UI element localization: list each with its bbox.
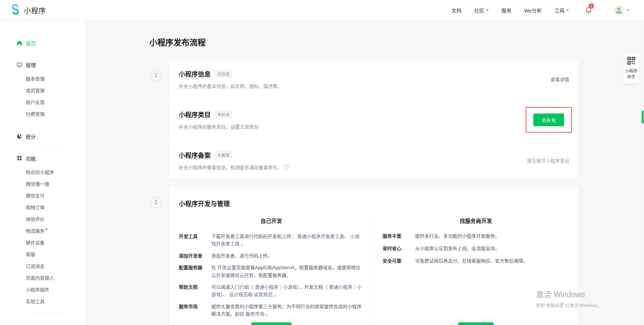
sidebar-section-label: 功能 xyxy=(26,155,36,162)
header-nav: 文档 社区 服务 We分析 工具 1 xyxy=(451,5,629,15)
account-menu[interactable] xyxy=(614,5,629,15)
inline-link[interactable]: 服务市场 xyxy=(246,311,264,317)
dev-row-label: 帮助文档 xyxy=(179,283,211,298)
service-provider-title: 找服务商开发 xyxy=(374,217,578,225)
publish-flow-card: 小程序信息 已完成 补充小程序的基本信息，如名称、图标、描述等。 查看详情 小程… xyxy=(169,60,578,179)
sidebar-item-experiment-tools[interactable]: 实验工具 xyxy=(0,296,86,308)
svc-row-label: 省时省心 xyxy=(383,245,415,252)
nav-we-analytics[interactable]: We分析 xyxy=(524,7,542,14)
step-number-badge: 1 xyxy=(150,70,162,81)
inline-link[interactable]: 微信云托管 xyxy=(230,273,254,278)
sidebar-item-wechat-pay[interactable]: 微信支付 xyxy=(0,190,86,202)
flow-row-content: 小程序备案 未备案 补充小程序的备案信息，检测是否满足备案条件。 ? xyxy=(179,150,289,171)
dev-row-desc: 提供大量优质的小程序第三方服务，为不同行业的商家提供合适的小程序解决方案。前往 … xyxy=(211,303,364,318)
flow-row-title: 小程序类目 xyxy=(179,110,211,119)
flow-row-desc: 补充小程序的备案信息，检测是否满足备案条件。 ? xyxy=(179,164,289,171)
assistant-label-line2: 助手 xyxy=(625,74,637,80)
flow-row-desc: 补充小程序的基本信息，如名称、图标、描述等。 xyxy=(179,83,282,89)
nav-docs-label: 文档 xyxy=(451,7,462,14)
sidebar-item-wechat-search[interactable]: 微信搜一搜 xyxy=(0,178,86,190)
sidebar-item-miniprogram-plugins[interactable]: 小程序插件 xyxy=(0,284,86,296)
notification-bell-button[interactable]: 1 xyxy=(585,6,592,14)
flow-row-title: 小程序备案 xyxy=(179,150,211,159)
status-badge-completed: 已完成 xyxy=(215,70,232,78)
divider xyxy=(26,313,71,313)
sidebar-item-version-management[interactable]: 版本管理 xyxy=(0,73,86,85)
sidebar-section-features[interactable]: 功能 xyxy=(0,152,86,164)
sidebar-section-manage[interactable]: 管理 xyxy=(0,59,86,71)
development-card: 小程序开发与管理 自己开发 开发工具 下载开发者工具进行代码的开发和上传： 普通… xyxy=(169,187,578,325)
dev-row-service-market: 服务市场 提供大量优质的小程序第三方服务，为不同行业的商家提供合适的小程序解决方… xyxy=(169,303,374,318)
logo-text: 小程序 xyxy=(24,5,46,15)
flow-row-miniprogram-category: 小程序类目 未补充 补充小程序的服务类目，设置主营类目 去补充 xyxy=(169,98,578,142)
flow-row-miniprogram-info: 小程序信息 已完成 补充小程序的基本信息，如名称、图标、描述等。 查看详情 xyxy=(169,60,578,98)
sidebar-item-user-feedback[interactable]: 用户反馈 xyxy=(0,97,86,108)
assistant-label-line1: 小程序 xyxy=(625,68,637,74)
miniprogram-logo[interactable]: 小程序 xyxy=(10,4,46,16)
go-complete-category-button[interactable]: 去补充 xyxy=(533,113,564,126)
flow-row-title: 小程序信息 xyxy=(179,69,211,78)
self-development-title: 自己开发 xyxy=(169,217,374,225)
dev-row-help-docs: 帮助文档 可以阅读入门介绍（ 普通小程序｜小游戏）、开发文档（ 普通小程序｜小游… xyxy=(169,283,374,298)
sidebar-item-member-management[interactable]: 成员管理 xyxy=(0,85,86,97)
inline-link[interactable]: 普通小程序 xyxy=(255,284,278,290)
sidebar-item-subscription-messages[interactable]: 订阅消息 xyxy=(0,261,86,272)
nav-services-label: 服务 xyxy=(501,7,512,14)
inline-link[interactable]: 开发设置 xyxy=(217,265,236,270)
scrollbar-track xyxy=(641,20,644,325)
sidebar-item-nearby-miniprogram[interactable]: 附近的小程序 xyxy=(0,167,86,178)
sidebar-item-label: 首页 xyxy=(26,40,36,47)
sidebar-item-shopping-orders[interactable]: 购物订单 xyxy=(0,202,86,214)
chevron-down-icon xyxy=(486,9,489,11)
step-number-badge: 2 xyxy=(150,197,162,208)
sidebar-item-payment-management[interactable]: 付费管理 xyxy=(0,108,86,120)
svc-row-safe-reliable: 安全可靠 可免费试用后再支付、在线客服响应、官方售后保障。 xyxy=(374,258,578,265)
dev-row-desc: 在 开发设置页面查看AppID和AppSecret，配置服务器域名，或使用微信云… xyxy=(211,264,364,279)
sidebar-item-customer-service[interactable]: 客服 xyxy=(0,249,86,261)
page-body: 首页 管理 版本管理 成员管理 用户反馈 付费管理 统计 功能 附近的小程序 xyxy=(0,20,644,325)
chevron-down-icon xyxy=(627,9,629,11)
sidebar-item-experience-rating[interactable]: 体验评价 xyxy=(0,214,86,225)
sidebar-item-home[interactable]: 首页 xyxy=(0,37,86,49)
qr-code-icon xyxy=(627,57,635,66)
sidebar-item-hardware-devices[interactable]: 硬件设备 xyxy=(0,237,86,249)
add-developer-button[interactable]: 添加开发者 xyxy=(251,322,291,325)
sidebar-section-statistics[interactable]: 统计 xyxy=(0,131,86,142)
miniprogram-assistant-widget[interactable]: 小程序 助手 xyxy=(623,53,639,83)
nav-services[interactable]: 服务 xyxy=(501,7,512,14)
svc-row-desc: 提供多行业、多功能的小程序开发服务。 xyxy=(415,233,568,240)
manage-icon xyxy=(16,62,22,68)
prerequisite-note: 需先填写小程序类目 xyxy=(527,157,569,164)
divider xyxy=(26,147,71,147)
inline-link[interactable]: 普通小程序开发者工具 xyxy=(297,234,344,239)
sidebar-item-page-content-access[interactable]: 页面内容接入 xyxy=(0,272,86,284)
sidebar-section-label: 管理 xyxy=(26,61,36,68)
sidebar-item-logistics-service[interactable]: 物流服务 xyxy=(0,225,86,237)
notification-count-badge: 1 xyxy=(589,3,594,9)
nav-tools-label: 工具 xyxy=(554,7,565,14)
nav-tools[interactable]: 工具 xyxy=(554,7,569,14)
highlight-box: 去补充 xyxy=(526,107,572,133)
dev-row-label: 开发工具 xyxy=(179,233,211,248)
info-icon[interactable]: ? xyxy=(284,165,289,170)
inline-link[interactable]: 运营规范 xyxy=(254,292,273,297)
inline-link[interactable]: 普通小程序 xyxy=(329,284,353,290)
dev-row-tools: 开发工具 下载开发者工具进行代码的开发和上传： 普通小程序开发者工具、 小游戏开… xyxy=(169,233,374,248)
dev-row-desc: 可以阅读入门介绍（ 普通小程序｜小游戏）、开发文档（ 普通小程序｜小游戏）、 设… xyxy=(211,283,364,298)
nav-community[interactable]: 社区 xyxy=(474,7,489,14)
svc-row-desc: 可免费试用后再支付、在线客服响应、官方售后保障。 xyxy=(415,258,568,265)
dev-row-add-developer: 添加开发者 添加开发者，进行代码上传。 xyxy=(169,252,374,260)
svc-row-time-saving: 省时省心 从小程序认证到发布上线，全流程支持。 xyxy=(374,245,578,252)
top-header: 小程序 文档 社区 服务 We分析 工具 1 xyxy=(0,0,644,20)
pie-chart-icon xyxy=(16,133,22,139)
new-indicator-dot xyxy=(46,228,47,230)
inline-link[interactable]: 设计规范 xyxy=(229,292,248,297)
dev-row-label: 添加开发者 xyxy=(179,252,211,260)
nav-community-label: 社区 xyxy=(474,7,484,14)
go-now-button[interactable]: 立即前往 xyxy=(458,322,494,325)
grid-icon xyxy=(16,155,22,161)
view-details-link[interactable]: 查看详情 xyxy=(550,76,569,83)
scrollbar-thumb[interactable] xyxy=(642,111,644,124)
inline-link[interactable]: 小游戏 xyxy=(283,284,297,290)
nav-docs[interactable]: 文档 xyxy=(451,7,462,14)
